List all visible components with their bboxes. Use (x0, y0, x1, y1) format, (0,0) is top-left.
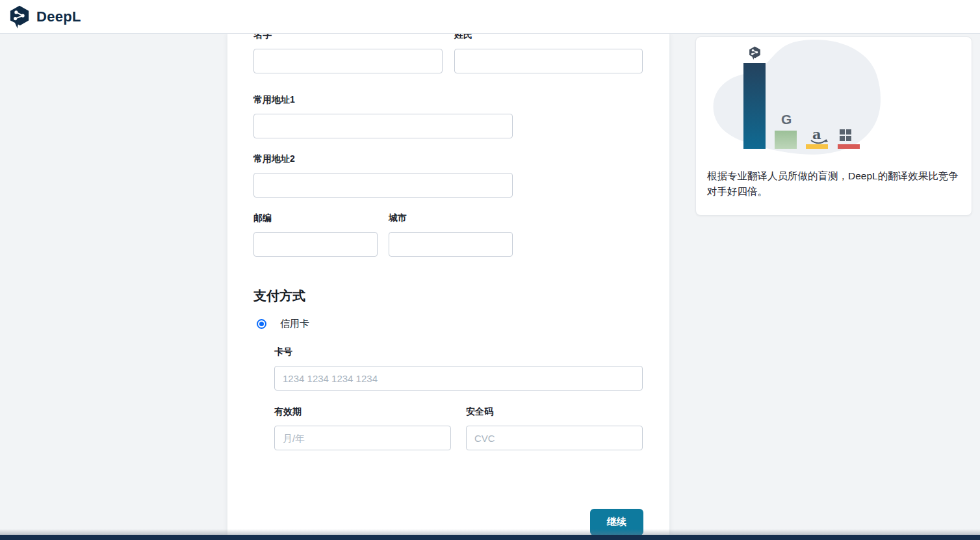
card-number-label: 卡号 (274, 346, 643, 358)
competitor-bar-chart-illustration: G a (696, 37, 972, 158)
top-header: DeepL (0, 0, 980, 34)
address1-label: 常用地址1 (253, 94, 513, 106)
checkout-form-panel: 名字 姓氏 常用地址1 常用地址2 邮编 城市 支付方式 信用卡 卡号 有效期 … (227, 34, 669, 535)
address1-group: 常用地址1 (253, 94, 513, 138)
cvc-input[interactable] (466, 426, 643, 450)
first-name-input[interactable] (253, 49, 443, 73)
address2-input[interactable] (253, 173, 513, 198)
address2-group: 常用地址2 (253, 153, 513, 198)
footer-bar (0, 535, 980, 540)
credit-card-radio[interactable] (257, 319, 266, 329)
payment-method-heading: 支付方式 (253, 287, 305, 305)
address2-label: 常用地址2 (253, 153, 513, 165)
radio-dot (259, 322, 264, 326)
city-group: 城市 (389, 212, 513, 257)
cvc-label: 安全码 (466, 406, 643, 418)
footer-shadow (0, 529, 980, 535)
deepl-logo[interactable]: DeepL (8, 5, 81, 29)
amazon-bar (806, 144, 828, 149)
microsoft-bar (838, 144, 860, 149)
background-blob (714, 40, 881, 155)
last-name-input[interactable] (454, 49, 643, 73)
credit-card-label: 信用卡 (280, 318, 309, 330)
first-name-group: 名字 (253, 34, 443, 73)
last-name-label: 姓氏 (454, 34, 643, 41)
address1-input[interactable] (253, 114, 513, 138)
deepl-mini-icon (749, 46, 760, 60)
city-input[interactable] (389, 232, 513, 257)
promo-card: G a 根据专业翻译人员所做的盲测，DeepL的翻译效果比竞争对手好四倍。 (695, 36, 972, 216)
promo-caption: 根据专业翻译人员所做的盲测，DeepL的翻译效果比竞争对手好四倍。 (696, 161, 972, 199)
google-bar (775, 131, 797, 149)
cvc-group: 安全码 (466, 406, 643, 450)
google-logo: G (781, 112, 792, 127)
expiry-label: 有效期 (274, 406, 451, 418)
deepl-logo-icon (8, 5, 31, 29)
expiry-group: 有效期 (274, 406, 451, 450)
amazon-logo: a (812, 126, 821, 142)
postal-code-input[interactable] (253, 232, 378, 257)
deepl-bar (743, 63, 766, 149)
brand-wordmark: DeepL (36, 8, 81, 25)
city-label: 城市 (389, 212, 513, 224)
expiry-input[interactable] (274, 426, 451, 450)
postal-code-label: 邮编 (253, 212, 378, 224)
first-name-label: 名字 (253, 34, 443, 41)
card-number-group: 卡号 (274, 346, 643, 391)
last-name-group: 姓氏 (454, 34, 643, 73)
credit-card-option[interactable]: 信用卡 (257, 318, 309, 330)
postal-code-group: 邮编 (253, 212, 378, 257)
card-number-input[interactable] (274, 366, 643, 391)
